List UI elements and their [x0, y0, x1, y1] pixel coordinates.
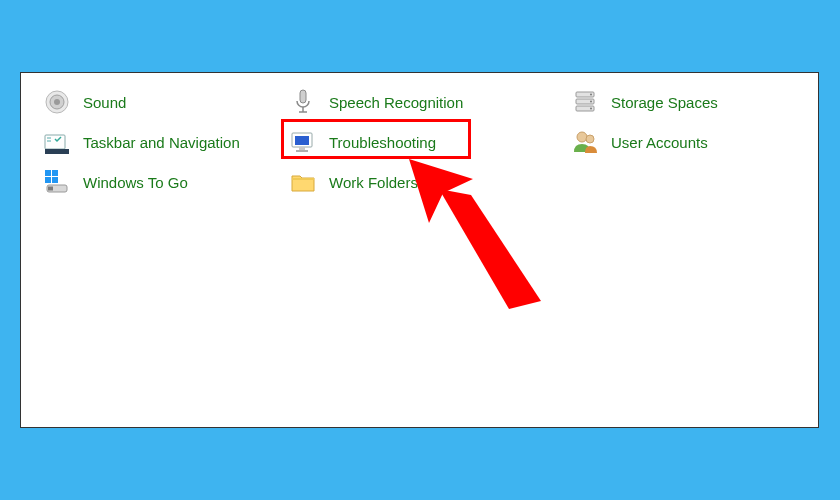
control-panel-items-grid: Sound Speech Recognition	[21, 73, 818, 427]
svg-rect-25	[52, 177, 58, 183]
svg-rect-18	[299, 147, 305, 150]
cp-item-storage-spaces[interactable]: Storage Spaces	[571, 85, 718, 119]
cp-item-label: Speech Recognition	[329, 94, 463, 111]
cp-item-troubleshooting[interactable]: Troubleshooting	[289, 125, 436, 159]
svg-rect-19	[296, 150, 308, 152]
svg-point-9	[590, 94, 592, 96]
cp-item-label: Sound	[83, 94, 126, 111]
cp-item-taskbar-navigation[interactable]: Taskbar and Navigation	[43, 125, 240, 159]
cp-item-label: Storage Spaces	[611, 94, 718, 111]
speaker-icon	[43, 88, 71, 116]
windows-to-go-icon	[43, 168, 71, 196]
svg-rect-23	[52, 170, 58, 176]
troubleshooting-icon	[289, 128, 317, 156]
cp-item-speech-recognition[interactable]: Speech Recognition	[289, 85, 463, 119]
taskbar-icon	[43, 128, 71, 156]
svg-point-11	[590, 108, 592, 110]
svg-rect-12	[45, 135, 65, 149]
cp-item-work-folders[interactable]: Work Folders	[289, 165, 418, 199]
svg-rect-17	[295, 136, 309, 145]
svg-rect-22	[45, 170, 51, 176]
svg-point-20	[577, 132, 587, 142]
cp-item-user-accounts[interactable]: User Accounts	[571, 125, 708, 159]
control-panel-window: Sound Speech Recognition	[20, 72, 819, 428]
svg-marker-29	[409, 159, 473, 223]
svg-point-2	[54, 99, 60, 105]
microphone-icon	[289, 88, 317, 116]
cp-item-windows-to-go[interactable]: Windows To Go	[43, 165, 188, 199]
svg-point-10	[590, 101, 592, 103]
svg-rect-28	[292, 178, 314, 180]
storage-icon	[571, 88, 599, 116]
cp-item-label: Taskbar and Navigation	[83, 134, 240, 151]
cp-item-label: Windows To Go	[83, 174, 188, 191]
svg-rect-24	[45, 177, 51, 183]
svg-rect-27	[48, 187, 53, 191]
svg-rect-3	[300, 90, 306, 103]
folder-icon	[289, 168, 317, 196]
cp-item-label: Work Folders	[329, 174, 418, 191]
svg-point-21	[586, 135, 594, 143]
user-accounts-icon	[571, 128, 599, 156]
svg-marker-30	[439, 189, 541, 309]
cp-item-label: Troubleshooting	[329, 134, 436, 151]
svg-rect-15	[45, 149, 69, 154]
pointer-arrow-icon	[401, 151, 571, 321]
cp-item-sound[interactable]: Sound	[43, 85, 126, 119]
cp-item-label: User Accounts	[611, 134, 708, 151]
